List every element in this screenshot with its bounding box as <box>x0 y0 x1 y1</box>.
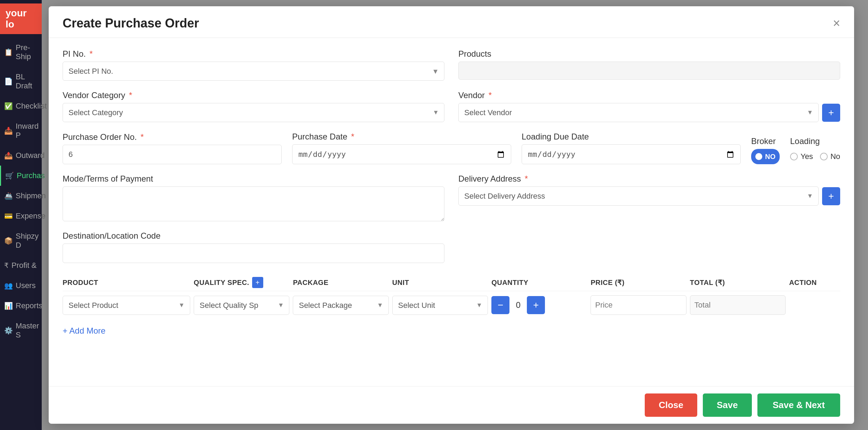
delivery-address-select[interactable]: Select Delivery Address <box>458 186 819 206</box>
sidebar-item-shipzy[interactable]: 📦 Shipzy D <box>0 226 42 255</box>
destination-label: Destination/Location Code <box>63 231 444 241</box>
save-button[interactable]: Save <box>703 393 752 417</box>
add-vendor-button[interactable]: + <box>822 104 840 122</box>
sidebar-item-shipment[interactable]: 🚢 Shipmen <box>0 186 42 206</box>
sidebar-item-master[interactable]: ⚙️ Master S <box>0 316 42 345</box>
vendor-category-label: Vendor Category * <box>63 90 444 100</box>
quantity-value: 0 <box>513 300 523 310</box>
users-icon: 👥 <box>4 281 13 290</box>
payment-terms-label: Mode/Terms of Payment <box>63 174 444 184</box>
product-select[interactable]: Select Product <box>63 296 190 315</box>
quantity-increase-button[interactable]: + <box>527 296 545 314</box>
quality-spec-add-button[interactable]: + <box>252 277 263 288</box>
loading-no-option[interactable]: No <box>820 152 840 161</box>
save-next-button[interactable]: Save & Next <box>757 393 840 417</box>
payment-terms-group: Mode/Terms of Payment <box>63 174 444 221</box>
delivery-address-label: Delivery Address * <box>458 174 840 184</box>
pi-no-label: PI No. * <box>63 49 444 59</box>
vendor-category-select-wrapper: Select Category ▼ <box>63 103 444 122</box>
unit-select[interactable]: Select Unit <box>392 296 488 315</box>
vendor-select[interactable]: Select Vendor <box>458 103 819 122</box>
loading-yes-option[interactable]: Yes <box>790 152 813 161</box>
payment-terms-textarea[interactable] <box>63 186 444 221</box>
po-no-group: Purchase Order No. * <box>63 132 282 164</box>
vendor-select-wrapper: Select Vendor ▼ <box>458 103 819 122</box>
modal-title: Create Purchase Order <box>63 16 199 31</box>
quality-spec-select[interactable]: Select Quality Sp <box>194 296 289 315</box>
sidebar-label: Reports <box>16 301 42 310</box>
master-icon: ⚙️ <box>4 326 13 335</box>
table-header-row: PRODUCT QUALITY SPEC. + PACKAGE UNIT QUA… <box>63 273 840 291</box>
modal-footer: Close Save Save & Next <box>49 386 854 424</box>
broker-toggle[interactable]: NO <box>751 149 780 164</box>
sidebar-item-expenses[interactable]: 💳 Expense <box>0 206 42 226</box>
loading-no-label: No <box>830 152 840 161</box>
sidebar-label: Expense <box>16 212 46 221</box>
col-total: TOTAL (₹) <box>690 277 786 288</box>
purchase-date-label: Purchase Date * <box>292 132 511 142</box>
create-purchase-order-modal: Create Purchase Order × PI No. * Select … <box>49 6 854 424</box>
shipment-icon: 🚢 <box>4 192 13 200</box>
add-more-label: + Add More <box>63 326 105 336</box>
outward-icon: 📤 <box>4 151 13 160</box>
form-row-2: Vendor Category * Select Category ▼ Vend… <box>63 90 840 122</box>
purchase-icon: 🛒 <box>5 172 14 180</box>
quantity-decrease-button[interactable]: − <box>491 296 509 314</box>
close-button[interactable]: × <box>833 17 840 30</box>
pre-ship-icon: 📋 <box>4 48 13 56</box>
sidebar-item-checklist[interactable]: ✅ Checklist <box>0 96 42 116</box>
broker-label: Broker <box>751 136 780 146</box>
add-more-button[interactable]: + Add More <box>63 323 105 339</box>
sidebar-label: Users <box>16 281 35 290</box>
total-input <box>690 295 786 315</box>
vendor-category-select[interactable]: Select Category <box>63 103 444 122</box>
sidebar-item-bl-draft[interactable]: 📄 BL Draft <box>0 67 42 96</box>
vendor-category-group: Vendor Category * Select Category ▼ <box>63 90 444 122</box>
sidebar-label: Outward <box>16 151 45 160</box>
reports-icon: 📊 <box>4 302 13 310</box>
pi-no-select[interactable]: Select PI No. <box>63 62 444 81</box>
sidebar-item-inward[interactable]: 📥 Inward P <box>0 116 42 145</box>
products-group: Products <box>458 49 840 81</box>
add-delivery-address-button[interactable]: + <box>822 187 840 205</box>
package-select-wrapper: Select Package ▼ <box>293 296 388 315</box>
sidebar-label: BL Draft <box>16 72 38 90</box>
package-select[interactable]: Select Package <box>293 296 388 315</box>
pi-no-select-wrapper: Select PI No. ▼ <box>63 62 444 81</box>
pi-no-group: PI No. * Select PI No. ▼ <box>63 49 444 81</box>
sidebar-label: Shipzy D <box>16 232 39 250</box>
loading-due-date-input[interactable] <box>522 144 741 164</box>
sidebar-item-outward[interactable]: 📤 Outward <box>0 145 42 166</box>
sidebar-item-users[interactable]: 👥 Users <box>0 276 42 296</box>
destination-input[interactable] <box>63 244 444 263</box>
unit-select-wrapper: Select Unit ▼ <box>392 296 488 315</box>
delivery-address-select-wrapper: Select Delivery Address ▼ <box>458 186 819 206</box>
close-button-footer[interactable]: Close <box>645 393 697 417</box>
col-price: PRICE (₹) <box>590 277 686 288</box>
expenses-icon: 💳 <box>4 212 13 220</box>
quality-spec-select-wrapper: Select Quality Sp ▼ <box>194 296 289 315</box>
loading-radio-group: Yes No <box>790 149 840 164</box>
purchase-date-group: Purchase Date * <box>292 132 511 164</box>
form-row-1: PI No. * Select PI No. ▼ Products <box>63 49 840 81</box>
toggle-label: NO <box>765 153 775 161</box>
shipzy-icon: 📦 <box>4 237 13 245</box>
col-unit: UNIT <box>392 277 488 288</box>
po-no-input[interactable] <box>63 145 282 164</box>
sidebar-item-profit[interactable]: ₹ Profit & <box>0 255 42 276</box>
bl-draft-icon: 📄 <box>4 77 13 86</box>
radio-no-circle <box>820 153 828 160</box>
price-input[interactable] <box>590 295 686 315</box>
quantity-control: − 0 + <box>491 296 587 314</box>
sidebar-item-reports[interactable]: 📊 Reports <box>0 296 42 316</box>
sidebar-label: Profit & <box>11 261 37 270</box>
sidebar-item-pre-ship[interactable]: 📋 Pre-Ship <box>0 38 42 67</box>
delivery-address-input-btn: Select Delivery Address ▼ + <box>458 186 840 206</box>
po-no-label: Purchase Order No. * <box>63 132 282 142</box>
toggle-dot <box>755 153 762 160</box>
destination-group: Destination/Location Code <box>63 231 444 263</box>
sidebar-item-purchase[interactable]: 🛒 Purchas <box>0 166 42 186</box>
product-select-wrapper: Select Product ▼ <box>63 296 190 315</box>
purchase-date-input[interactable] <box>292 144 511 164</box>
table-row: Select Product ▼ Select Quality Sp ▼ Sel… <box>63 291 840 319</box>
